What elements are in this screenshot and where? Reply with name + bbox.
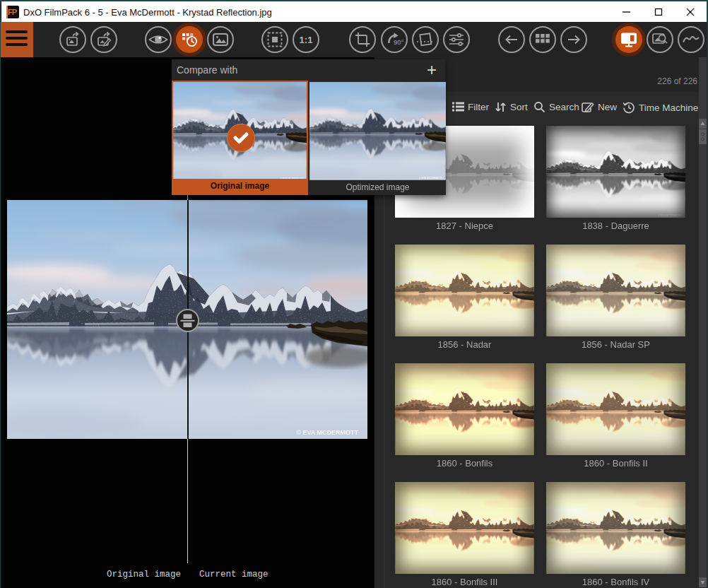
svg-text:90°: 90° xyxy=(394,38,404,46)
